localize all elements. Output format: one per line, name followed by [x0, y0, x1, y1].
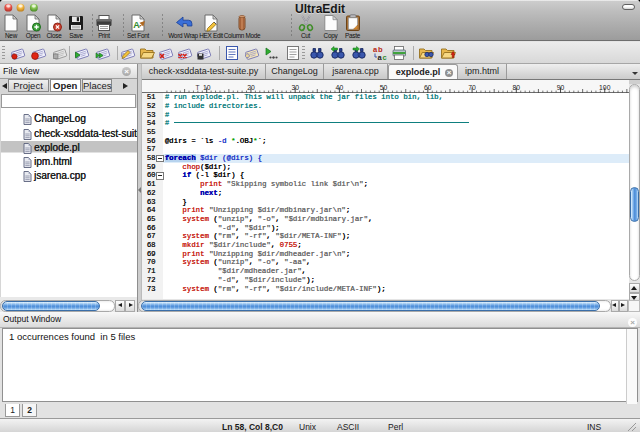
svg-text:30: 30 — [291, 84, 299, 91]
svg-text:c: c — [383, 53, 387, 61]
svg-text:90: 90 — [557, 84, 565, 91]
svg-text:A: A — [133, 20, 140, 30]
svg-text:60: 60 — [424, 84, 432, 91]
svg-text:50: 50 — [380, 84, 388, 91]
svg-text:10: 10 — [203, 84, 211, 91]
svg-text:40: 40 — [336, 84, 344, 91]
svg-text:80: 80 — [513, 84, 521, 91]
svg-text:20: 20 — [247, 84, 255, 91]
svg-text:T: T — [196, 84, 200, 91]
svg-text:100: 100 — [599, 84, 611, 91]
svg-text:70: 70 — [468, 84, 476, 91]
